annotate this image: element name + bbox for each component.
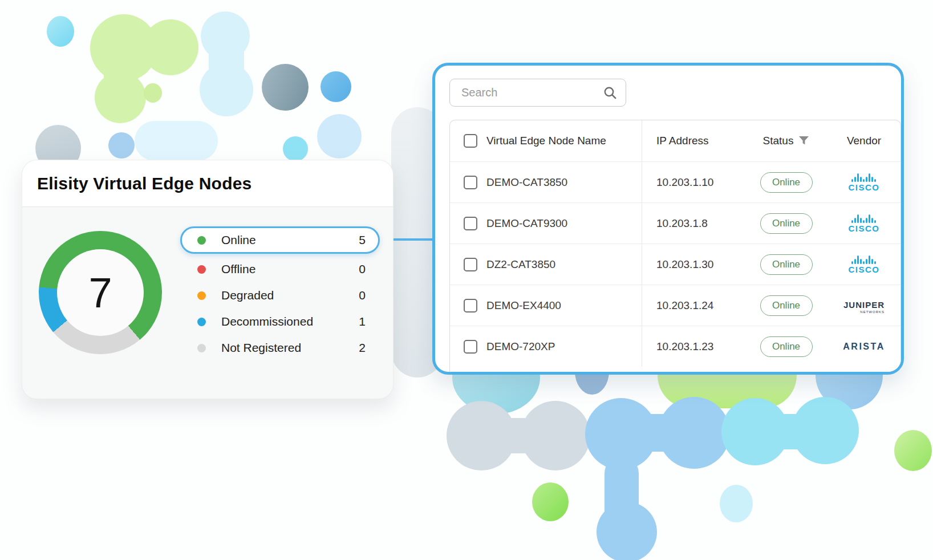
legend-label: Online xyxy=(221,233,256,247)
ip-address: 10.203.1.10 xyxy=(656,176,713,189)
search-box[interactable] xyxy=(449,79,626,107)
row-checkbox[interactable] xyxy=(464,299,477,313)
decorative-blob xyxy=(532,482,569,521)
cisco-wordmark: CISCO xyxy=(848,224,879,233)
node-name: DZ2-CAT3850 xyxy=(486,258,555,271)
header-cell-vendor: Vendor xyxy=(827,120,900,161)
legend-item-not-registered[interactable]: Not Registered2 xyxy=(180,335,380,361)
legend-value: 5 xyxy=(359,233,366,247)
cell-status: Online xyxy=(745,326,827,367)
card-header: Elisity Virtual Edge Nodes xyxy=(22,160,393,207)
decorative-blob xyxy=(894,430,932,471)
status-badge: Online xyxy=(760,213,813,234)
cell-ip: 10.203.1.30 xyxy=(642,244,745,285)
ip-address: 10.203.1.23 xyxy=(656,340,713,353)
legend-label: Decommissioned xyxy=(221,315,313,328)
cisco-wordmark: CISCO xyxy=(848,265,879,274)
search-icon[interactable] xyxy=(603,86,618,100)
status-badge: Online xyxy=(760,172,813,193)
legend-value: 0 xyxy=(359,262,366,276)
node-name: DEMO-CAT3850 xyxy=(486,176,567,189)
juniper-wordmark: Juniper xyxy=(843,298,885,310)
node-name: DEMO-CAT9300 xyxy=(486,217,567,230)
filter-icon[interactable] xyxy=(798,136,809,146)
column-header-name: Virtual Edge Node Name xyxy=(486,135,606,147)
decorative-blob xyxy=(597,502,657,560)
search-input[interactable] xyxy=(460,86,603,100)
cell-vendor: CISCO xyxy=(827,244,900,285)
decommissioned-status-dot xyxy=(197,318,206,326)
decorative-blob xyxy=(754,414,831,449)
row-checkbox[interactable] xyxy=(464,258,477,271)
cell-name: DEMO-EX4400 xyxy=(450,285,642,326)
table-row[interactable]: DZ2-CAT385010.203.1.30OnlineCISCO xyxy=(450,244,900,285)
table-row[interactable]: DEMO-720XP10.203.1.23OnlineARISTA xyxy=(450,326,900,367)
legend-value: 2 xyxy=(359,341,366,355)
legend-item-online[interactable]: Online5 xyxy=(180,226,380,254)
table-row[interactable]: DEMO-EX440010.203.1.24OnlineJuniperNETWO… xyxy=(450,285,900,326)
ip-address: 10.203.1.24 xyxy=(656,299,713,312)
cisco-bars-icon xyxy=(851,173,876,182)
status-donut-chart: 7 xyxy=(39,231,162,354)
header-cell-name: Virtual Edge Node Name xyxy=(450,120,642,161)
table-body: DEMO-CAT385010.203.1.10OnlineCISCODEMO-C… xyxy=(450,161,900,367)
legend-value: 0 xyxy=(359,289,366,302)
cell-status: Online xyxy=(745,244,827,285)
decorative-blob xyxy=(283,136,308,161)
row-checkbox[interactable] xyxy=(464,176,477,189)
cell-ip: 10.203.1.23 xyxy=(642,326,745,367)
decorative-blob xyxy=(720,485,753,522)
decorative-blob xyxy=(108,132,135,159)
legend-label: Degraded xyxy=(221,289,274,302)
decorative-blob xyxy=(209,33,244,90)
arista-wordmark: ARISTA xyxy=(843,342,885,351)
cisco-logo: CISCO xyxy=(848,173,879,192)
legend-item-degraded[interactable]: Degraded0 xyxy=(180,282,380,309)
status-badge: Online xyxy=(760,336,813,357)
decorative-blob xyxy=(143,19,198,75)
row-checkbox[interactable] xyxy=(464,217,477,230)
column-header-vendor: Vendor xyxy=(847,135,881,147)
cell-ip: 10.203.1.8 xyxy=(642,203,745,244)
header-cell-ip: IP Address xyxy=(642,120,745,161)
row-checkbox[interactable] xyxy=(464,340,477,354)
legend-item-offline[interactable]: Offline0 xyxy=(180,256,380,282)
decorative-blob xyxy=(144,83,162,103)
cell-vendor: CISCO xyxy=(827,203,900,244)
arista-logo: ARISTA xyxy=(843,342,885,351)
cell-ip: 10.203.1.24 xyxy=(642,285,745,326)
cell-status: Online xyxy=(745,285,827,326)
column-header-ip: IP Address xyxy=(656,135,709,147)
edge-nodes-table-panel: Virtual Edge Node Name IP Address Status xyxy=(432,63,904,375)
cisco-logo: CISCO xyxy=(848,255,879,274)
decorative-blob xyxy=(104,44,138,104)
select-all-checkbox[interactable] xyxy=(464,134,477,148)
header-cell-status: Status xyxy=(745,120,827,161)
table-row[interactable]: DEMO-CAT930010.203.1.8OnlineCISCO xyxy=(450,202,900,244)
cell-vendor: ARISTA xyxy=(827,326,900,367)
table-header-row: Virtual Edge Node Name IP Address Status xyxy=(450,120,900,161)
donut-total-count: 7 xyxy=(88,269,112,317)
legend-label: Offline xyxy=(221,262,255,276)
juniper-networks-label: NETWORKS xyxy=(860,310,885,314)
legend-item-decommissioned[interactable]: Decommissioned1 xyxy=(180,309,380,335)
page-title: Elisity Virtual Edge Nodes xyxy=(37,174,251,193)
node-name: DEMO-EX4400 xyxy=(486,299,561,312)
cell-status: Online xyxy=(745,162,827,202)
cell-name: DZ2-CAT3850 xyxy=(450,244,642,285)
cell-name: DEMO-720XP xyxy=(450,326,642,367)
table-row[interactable]: DEMO-CAT385010.203.1.10OnlineCISCO xyxy=(450,161,900,202)
decorative-blob xyxy=(482,418,559,453)
legend-value: 1 xyxy=(359,315,366,328)
edge-nodes-table: Virtual Edge Node Name IP Address Status xyxy=(449,120,901,375)
node-name: DEMO-720XP xyxy=(486,340,555,353)
cisco-bars-icon xyxy=(851,255,876,264)
status-badge: Online xyxy=(760,295,813,316)
cell-vendor: CISCO xyxy=(827,162,900,202)
decorative-blob xyxy=(262,64,309,111)
decorative-blob xyxy=(47,16,74,47)
ip-address: 10.203.1.8 xyxy=(656,217,708,230)
decorative-blob xyxy=(317,114,362,159)
donut-hole: 7 xyxy=(57,249,144,336)
cell-status: Online xyxy=(745,203,827,244)
